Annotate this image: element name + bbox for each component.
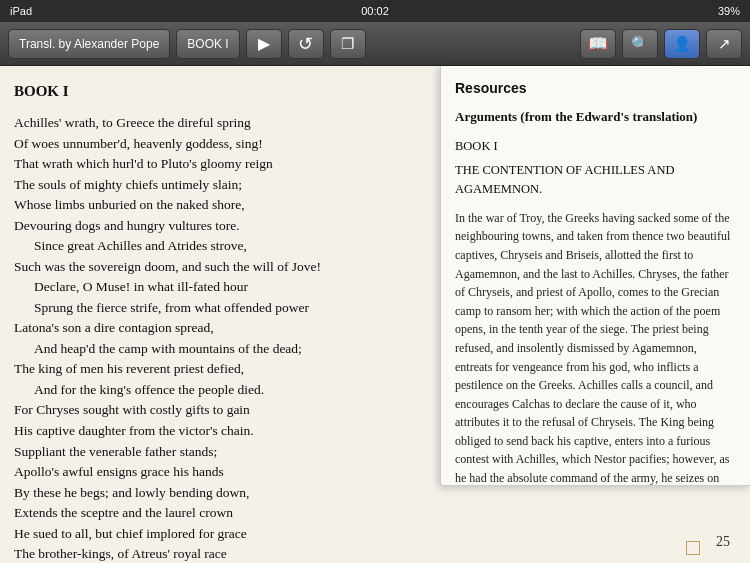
copy-button[interactable]: ❐ bbox=[330, 29, 366, 59]
main-area: BOOK I Achilles' wrath, to Greece the di… bbox=[0, 66, 750, 563]
resources-panel-title: Resources bbox=[455, 78, 736, 99]
poem-line: The brother-kings, of Atreus' royal race bbox=[14, 544, 732, 563]
copy-icon: ❐ bbox=[341, 35, 354, 53]
loop-icon: ↺ bbox=[298, 33, 313, 55]
device-label: iPad bbox=[10, 5, 32, 17]
contacts-icon: 👤 bbox=[673, 35, 692, 53]
search-button[interactable]: 🔍 bbox=[622, 29, 658, 59]
book-button[interactable]: BOOK I bbox=[176, 29, 239, 59]
status-left: iPad bbox=[10, 5, 32, 17]
toolbar: Transl. by Alexander Pope BOOK I ▶ ↺ ❐ 📖… bbox=[0, 22, 750, 66]
resources-book-label: BOOK I bbox=[455, 137, 736, 156]
status-right: 39% bbox=[718, 5, 740, 17]
resources-subtitle: Arguments (from the Edward's translation… bbox=[455, 107, 736, 127]
battery-label: 39% bbox=[718, 5, 740, 17]
resources-panel: Resources Arguments (from the Edward's t… bbox=[440, 66, 750, 486]
resources-body-text: In the war of Troy, the Greeks having sa… bbox=[455, 209, 736, 486]
share-icon: ↗ bbox=[718, 35, 731, 53]
poem-line: He sued to all, but chief implored for g… bbox=[14, 524, 732, 545]
status-bar: iPad 00:02 39% bbox=[0, 0, 750, 22]
contacts-button[interactable]: 👤 bbox=[664, 29, 700, 59]
resources-contention-title: THE CONTENTION OF ACHILLES AND AGAMEMNON… bbox=[455, 161, 736, 199]
bookmark-button[interactable]: 📖 bbox=[580, 29, 616, 59]
status-time: 00:02 bbox=[361, 5, 389, 17]
play-button[interactable]: ▶ bbox=[246, 29, 282, 59]
translator-button[interactable]: Transl. by Alexander Pope bbox=[8, 29, 170, 59]
loop-button[interactable]: ↺ bbox=[288, 29, 324, 59]
play-icon: ▶ bbox=[258, 34, 270, 53]
bookmark-icon: 📖 bbox=[588, 34, 608, 53]
search-icon: 🔍 bbox=[631, 35, 650, 53]
share-button[interactable]: ↗ bbox=[706, 29, 742, 59]
poem-line: Extends the sceptre and the laurel crown bbox=[14, 503, 732, 524]
page-number: 25 bbox=[716, 531, 730, 553]
page-corner bbox=[686, 541, 700, 555]
